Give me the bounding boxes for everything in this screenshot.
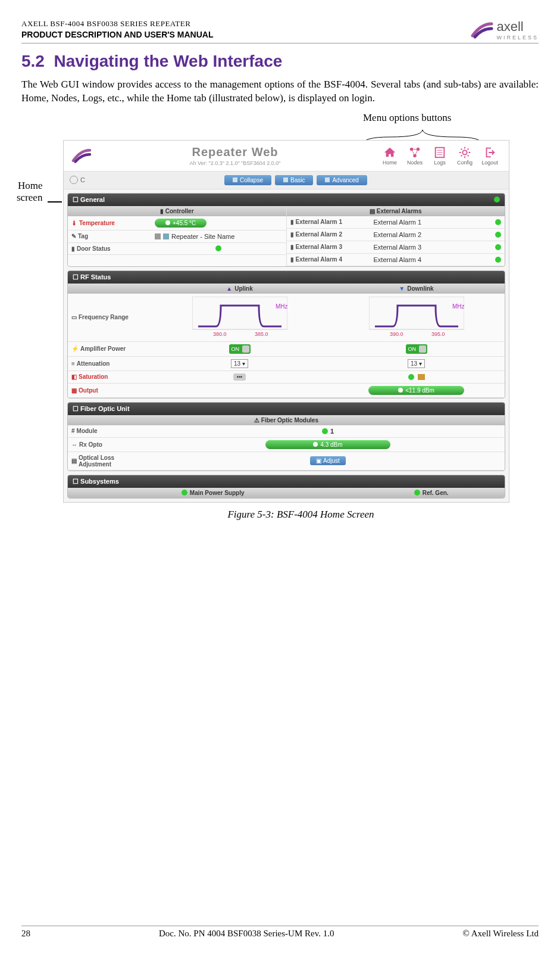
door-status-indicator xyxy=(215,245,221,251)
panel-fiber-optic: ☐ Fiber Optic Unit ⚠ Fiber Optic Modules… xyxy=(67,402,505,471)
product-line: AXELL BSF-4004 BSF0038 SERIES REPEATER xyxy=(21,19,214,29)
webui-header: Repeater Web Ah Ver: "2.0.3" 2.1.0" "BSF… xyxy=(64,141,509,172)
downlink-header: ▼Downlink xyxy=(328,284,505,294)
uplink-att-select[interactable]: 13 ▾ xyxy=(231,359,248,368)
ref-gen-cell: Ref. Gen. xyxy=(358,488,505,498)
menu-config[interactable]: Config xyxy=(453,145,477,166)
sat-icon: ◧ xyxy=(71,373,77,380)
ext-alarm-4-val: External Alarm 4 xyxy=(374,256,422,263)
controller-header: ▮ Controller xyxy=(68,206,286,216)
home-callout: Home screen xyxy=(17,180,42,204)
sat-status-dot xyxy=(408,374,414,380)
door-icon: ▮ xyxy=(71,245,75,252)
menu-bar: Home Nodes Logs Config xyxy=(378,145,502,166)
doc-number: Doc. No. PN 4004 BSF0038 Series-UM Rev. … xyxy=(159,929,334,939)
svg-rect-9 xyxy=(192,297,287,329)
up-arrow-icon: ▲ xyxy=(226,285,232,292)
manual-title: PRODUCT DESCRIPTION AND USER'S MANUAL xyxy=(21,30,214,39)
brand-sub: WIRELESS xyxy=(496,35,539,41)
panel-rf-status: ☐ RF Status ▲Uplink ▼Downlink ▭Frequency… xyxy=(67,270,505,398)
saturation-indicator: ••• xyxy=(233,373,246,381)
section-heading: 5.2 Navigating the Web Interface xyxy=(21,52,539,71)
module-icon: # xyxy=(71,428,75,434)
page-header: AXELL BSF-4004 BSF0038 SERIES REPEATER P… xyxy=(21,19,539,43)
down-arrow-icon: ▼ xyxy=(399,285,405,292)
intro-paragraph: The Web GUI window provides access to th… xyxy=(21,78,539,105)
att-icon: ≡ xyxy=(71,360,75,367)
output-value: <11.9 dBm xyxy=(368,386,464,395)
svg-text:395.0: 395.0 xyxy=(431,331,445,337)
webui-logo xyxy=(71,147,92,164)
menu-home[interactable]: Home xyxy=(378,145,402,166)
nodes-icon xyxy=(408,146,421,159)
repeater-web-ui: Repeater Web Ah Ver: "2.0.3" 2.1.0" "BSF… xyxy=(63,140,509,503)
menu-callout: Menu options buttons xyxy=(363,112,451,124)
ext-alarm-3-val: External Alarm 3 xyxy=(374,244,422,251)
svg-rect-13 xyxy=(369,297,464,329)
downlink-att-select[interactable]: 13 ▾ xyxy=(408,359,425,368)
brand-logo: axell WIRELESS xyxy=(470,19,539,41)
gear-icon xyxy=(458,146,471,159)
page-number: 28 xyxy=(21,929,30,939)
toolbar: C Collapse Basic Advanced xyxy=(64,172,509,189)
webui-version: Ah Ver: "2.0.3" 2.1.0" "BSF3604 2.0.0" xyxy=(92,160,378,166)
basic-button[interactable]: Basic xyxy=(275,175,313,185)
alarm-icon: ▮ xyxy=(290,219,294,225)
svg-text:MHz: MHz xyxy=(452,303,464,310)
adj-icon: ▤ xyxy=(71,457,77,464)
brand-name: axell xyxy=(496,19,539,35)
svg-text:385.0: 385.0 xyxy=(255,331,268,337)
downlink-amp-toggle[interactable]: ON xyxy=(406,344,427,354)
figure-bsf4004-home: Repeater Web Ah Ver: "2.0.3" 2.1.0" "BSF… xyxy=(63,140,539,521)
webui-title: Repeater Web xyxy=(192,145,278,158)
thermometer-icon: 🌡 xyxy=(71,220,77,226)
logout-icon xyxy=(483,146,496,159)
home-icon xyxy=(383,146,396,159)
downlink-chart: MHz 390.0 395.0 xyxy=(328,294,505,341)
refresh-icon[interactable] xyxy=(70,176,78,184)
collapse-button[interactable]: Collapse xyxy=(224,175,271,185)
output-icon: ▦ xyxy=(71,387,77,394)
axell-swoosh-icon xyxy=(71,147,92,164)
panel-subsystems: ☐ Subsystems Main Power Supply Ref. Gen. xyxy=(67,475,505,499)
main-power-cell: Main Power Supply xyxy=(68,488,358,498)
menu-logs[interactable]: Logs xyxy=(428,145,452,166)
alarm-icon: ▮ xyxy=(290,256,294,263)
copyright: © Axell Wireless Ltd xyxy=(462,929,539,939)
axell-swoosh-icon xyxy=(470,20,494,39)
svg-text:MHz: MHz xyxy=(276,303,287,310)
rx-icon: ↔ xyxy=(71,441,77,448)
svg-text:380.0: 380.0 xyxy=(213,331,227,337)
freq-icon: ▭ xyxy=(71,314,77,320)
figure-caption: Figure 5-3: BSF-4004 Home Screen xyxy=(63,509,539,521)
uplink-chart: MHz 380.0 385.0 xyxy=(151,294,328,341)
tag-icon: ✎ xyxy=(71,233,76,239)
svg-text:390.0: 390.0 xyxy=(390,331,403,337)
tag-value: Repeater - Site Name xyxy=(171,233,234,240)
amp-icon: ⚡ xyxy=(71,345,79,352)
rx-opto-value: 4.3 dBm xyxy=(265,440,390,449)
panel-general: ☐ General ▮ Controller 🌡Temperature +45.… xyxy=(67,193,505,267)
menu-logout[interactable]: Logout xyxy=(478,145,502,166)
svg-point-8 xyxy=(462,151,467,155)
logs-icon xyxy=(433,146,446,159)
ext-alarm-1-val: External Alarm 1 xyxy=(374,219,422,226)
fiber-modules-header: ⚠ Fiber Optic Modules xyxy=(68,415,505,425)
uplink-header: ▲Uplink xyxy=(151,284,328,294)
advanced-button[interactable]: Advanced xyxy=(317,175,367,185)
module-value: 1 xyxy=(330,428,334,435)
alarm-icon: ▮ xyxy=(290,231,294,238)
temperature-value: +45.5 °C xyxy=(155,219,207,228)
lock-icon[interactable] xyxy=(155,233,161,239)
adjust-button[interactable]: ▣ Adjust xyxy=(310,456,346,465)
ext-alarm-2-val: External Alarm 2 xyxy=(374,231,422,238)
uplink-amp-toggle[interactable]: ON xyxy=(229,344,251,354)
menu-nodes[interactable]: Nodes xyxy=(403,145,427,166)
edit-icon[interactable] xyxy=(163,233,169,239)
ext-alarms-header: ▤ External Alarms xyxy=(287,206,505,216)
alarm-icon: ▮ xyxy=(290,244,294,250)
page-footer: 28 Doc. No. PN 4004 BSF0038 Series-UM Re… xyxy=(21,926,539,939)
